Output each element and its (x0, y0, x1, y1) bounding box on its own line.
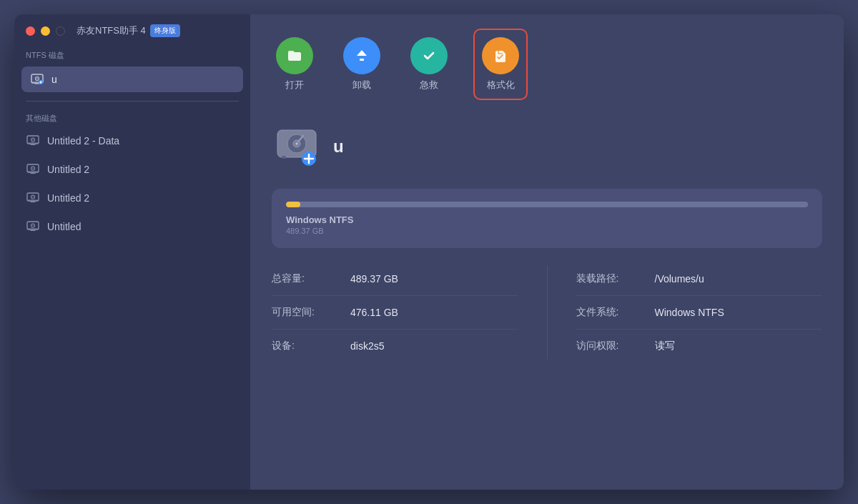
close-button[interactable] (26, 26, 35, 36)
svg-point-2 (36, 78, 38, 79)
info-col-left: 总容量: 489.37 GB 可用空间: 476.11 GB 设备: disk2… (272, 262, 533, 362)
rescue-button[interactable]: 急救 (406, 33, 452, 96)
ntfs-section-label: NTFS 磁盘 (14, 44, 250, 64)
mount-path-label: 装载路径: (576, 272, 641, 285)
storage-card: Windows NTFS 489.37 GB (272, 189, 822, 248)
open-label: 打开 (285, 79, 304, 92)
disk-item-label: Untitled (47, 221, 81, 232)
list-item[interactable]: Untitled (14, 212, 250, 241)
total-capacity-label: 总容量: (272, 272, 336, 285)
col-divider (547, 266, 548, 359)
maximize-button[interactable] (56, 26, 65, 36)
list-item[interactable]: Untitled 2 (14, 184, 250, 212)
list-item[interactable]: Untitled 2 (14, 155, 250, 184)
unmount-label: 卸载 (352, 79, 371, 92)
svg-rect-37 (282, 156, 286, 159)
sidebar: 赤友NTFS助手 4 终身版 NTFS 磁盘 u (14, 14, 250, 490)
ntfs-disk-label: u (51, 74, 57, 85)
lifetime-badge: 终身版 (150, 24, 180, 37)
svg-point-35 (296, 143, 298, 145)
info-row-total: 总容量: 489.37 GB (272, 262, 518, 296)
app-title-text: 赤友NTFS助手 4 (77, 24, 146, 37)
disk-list: Untitled 2 - Data Untitled 2 (14, 127, 250, 241)
storage-bar-track (286, 202, 808, 207)
disk-icon (26, 191, 40, 205)
free-space-value: 476.11 GB (350, 307, 398, 318)
filesystem-value: Windows NTFS (655, 307, 724, 318)
format-button-wrapper: 格式化 (473, 29, 528, 100)
device-label: 设备: (272, 340, 336, 352)
svg-point-25 (32, 225, 33, 226)
toolbar: 打开 卸载 急救 (272, 29, 822, 100)
info-col-right: 装载路径: /Volumes/u 文件系统: Windows NTFS 访问权限… (562, 262, 823, 362)
disk-name: u (333, 137, 344, 157)
info-section: 总容量: 489.37 GB 可用空间: 476.11 GB 设备: disk2… (272, 262, 822, 362)
disk-icon (26, 162, 40, 177)
disk-info-header: u (272, 122, 822, 172)
access-label: 访问权限: (576, 340, 641, 352)
svg-point-15 (32, 168, 33, 169)
unmount-button[interactable]: 卸载 (339, 33, 385, 96)
access-value: 读写 (655, 340, 675, 352)
minimize-button[interactable] (41, 26, 50, 36)
format-button[interactable]: 格式化 (478, 33, 523, 96)
disk-item-label: Untitled 2 - Data (47, 135, 119, 147)
sidebar-divider (26, 101, 239, 102)
info-row-access: 访问权限: 读写 (576, 330, 823, 362)
open-button[interactable]: 打开 (272, 33, 317, 96)
storage-size: 489.37 GB (286, 227, 808, 235)
svg-point-20 (32, 197, 33, 197)
info-row-free: 可用空间: 476.11 GB (272, 296, 518, 330)
info-row-device: 设备: disk2s5 (272, 330, 518, 362)
disk-item-label: Untitled 2 (47, 164, 89, 175)
info-row-mount: 装载路径: /Volumes/u (576, 262, 823, 296)
open-icon (276, 37, 313, 74)
free-space-label: 可用空间: (272, 306, 336, 319)
device-value: disk2s5 (350, 340, 384, 352)
total-capacity-value: 489.37 GB (350, 273, 398, 285)
unmount-icon (343, 37, 380, 74)
titlebar: 赤友NTFS助手 4 终身版 (14, 14, 250, 44)
mount-path-value: /Volumes/u (655, 273, 704, 285)
disk-item-label: Untitled 2 (47, 192, 89, 204)
app-window: 赤友NTFS助手 4 终身版 NTFS 磁盘 u (14, 14, 844, 490)
disk-icon (26, 134, 40, 148)
main-content: 打开 卸载 急救 (250, 14, 844, 490)
rescue-icon (410, 37, 448, 74)
disk-icon-large (272, 122, 322, 172)
filesystem-label: 文件系统: (576, 306, 641, 319)
svg-point-10 (32, 139, 33, 140)
app-title: 赤友NTFS助手 4 终身版 (77, 24, 180, 37)
other-section-label: 其他磁盘 (14, 107, 250, 127)
format-icon (482, 37, 519, 74)
list-item[interactable]: Untitled 2 - Data (14, 127, 250, 155)
storage-type: Windows NTFS (286, 214, 808, 225)
format-label: 格式化 (487, 79, 515, 92)
ntfs-disk-icon (30, 72, 44, 87)
svg-rect-28 (360, 59, 364, 61)
ntfs-disk-item[interactable]: u (21, 66, 243, 92)
info-row-filesystem: 文件系统: Windows NTFS (576, 296, 823, 330)
storage-bar-fill (286, 202, 300, 207)
disk-icon (26, 219, 40, 234)
rescue-label: 急救 (420, 79, 438, 92)
